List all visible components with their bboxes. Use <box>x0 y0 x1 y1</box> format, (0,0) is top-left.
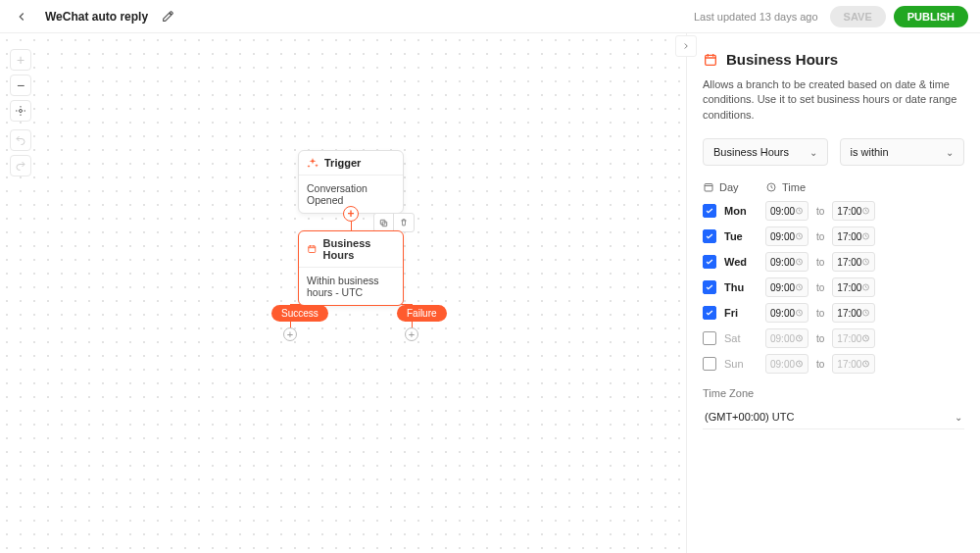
clock-icon <box>861 308 870 318</box>
node-biz-body: Within business hours - UTC <box>299 267 403 305</box>
workflow-canvas[interactable]: Trigger Conversation Opened + Business H… <box>0 33 686 553</box>
day-row-wed: Wed09:00to17:00 <box>703 252 964 272</box>
panel-title: Business Hours <box>703 51 964 68</box>
day-label: Mon <box>724 205 765 217</box>
time-to: 17:00 <box>832 354 875 374</box>
calendar-icon <box>703 52 718 68</box>
zoom-out-button[interactable]: − <box>10 75 31 96</box>
day-label: Fri <box>724 307 765 319</box>
time-from: 09:00 <box>765 328 808 348</box>
clock-icon <box>765 181 777 193</box>
clock-icon <box>861 359 870 369</box>
day-checkbox[interactable] <box>703 306 716 320</box>
day-checkbox[interactable] <box>703 331 716 345</box>
undo-button[interactable] <box>10 129 31 151</box>
clock-icon <box>795 333 804 343</box>
clock-icon <box>861 206 870 216</box>
timezone-label: Time Zone <box>703 387 964 399</box>
day-row-mon: Mon09:00to17:00 <box>703 201 964 221</box>
clock-icon <box>795 206 804 216</box>
workflow-title: WeChat auto reply <box>45 10 148 24</box>
last-updated-text: Last updated 13 days ago <box>694 11 818 23</box>
day-checkbox[interactable] <box>703 204 716 218</box>
delete-node-icon[interactable] <box>394 214 414 231</box>
clock-icon <box>795 231 804 241</box>
node-trigger-title: Trigger <box>324 157 361 169</box>
day-label: Thu <box>724 281 765 293</box>
chevron-down-icon: ⌄ <box>809 147 817 158</box>
time-from[interactable]: 09:00 <box>765 303 808 323</box>
branch-success[interactable]: Success <box>271 305 328 322</box>
clock-icon <box>795 308 804 318</box>
node-trigger[interactable]: Trigger Conversation Opened <box>298 150 404 214</box>
day-checkbox[interactable] <box>703 229 716 243</box>
day-row-sun: Sun09:00to17:00 <box>703 354 964 374</box>
day-row-fri: Fri09:00to17:00 <box>703 303 964 323</box>
calendar-icon <box>307 243 318 255</box>
time-from[interactable]: 09:00 <box>765 277 808 297</box>
to-label: to <box>816 282 824 293</box>
sparkle-icon <box>307 157 318 169</box>
time-from[interactable]: 09:00 <box>765 201 808 221</box>
time-to[interactable]: 17:00 <box>832 201 875 221</box>
day-checkbox[interactable] <box>703 357 716 371</box>
zoom-in-button[interactable]: + <box>10 49 31 71</box>
day-checkbox[interactable] <box>703 255 716 269</box>
branch-failure[interactable]: Failure <box>397 305 447 322</box>
clock-icon <box>861 282 870 292</box>
add-after-success[interactable]: + <box>283 327 297 341</box>
publish-button[interactable]: PUBLISH <box>894 6 968 27</box>
time-to[interactable]: 17:00 <box>832 252 875 272</box>
to-label: to <box>816 359 824 370</box>
clock-icon <box>861 257 870 267</box>
add-after-failure[interactable]: + <box>405 327 418 341</box>
timezone-select[interactable]: (GMT+00:00) UTC ⌄ <box>703 405 964 429</box>
fit-view-button[interactable] <box>10 100 31 122</box>
condition-operator-select[interactable]: is within⌄ <box>840 138 965 166</box>
edit-title-icon[interactable] <box>162 10 174 23</box>
duplicate-node-icon[interactable] <box>374 214 394 231</box>
day-row-thu: Thu09:00to17:00 <box>703 277 964 297</box>
schedule-header: Day Time <box>703 181 964 193</box>
day-label: Wed <box>724 256 765 268</box>
time-to: 17:00 <box>832 328 875 348</box>
to-label: to <box>816 206 824 217</box>
clock-icon <box>795 282 804 292</box>
chevron-down-icon: ⌄ <box>955 412 962 423</box>
day-row-tue: Tue09:00to17:00 <box>703 226 964 246</box>
to-label: to <box>816 308 824 319</box>
time-to[interactable]: 17:00 <box>832 303 875 323</box>
svg-rect-4 <box>706 55 716 65</box>
node-toolbar <box>373 213 415 232</box>
to-label: to <box>816 257 824 268</box>
panel-description: Allows a branch to be created based on d… <box>703 77 964 123</box>
chevron-down-icon: ⌄ <box>946 147 954 158</box>
save-button: SAVE <box>830 6 886 27</box>
day-label: Tue <box>724 230 765 242</box>
clock-icon <box>795 359 804 369</box>
time-from[interactable]: 09:00 <box>765 252 808 272</box>
time-from[interactable]: 09:00 <box>765 226 808 246</box>
time-to[interactable]: 17:00 <box>832 277 875 297</box>
redo-button[interactable] <box>10 155 31 176</box>
day-label: Sat <box>724 332 765 344</box>
condition-type-select[interactable]: Business Hours⌄ <box>703 138 828 166</box>
day-row-sat: Sat09:00to17:00 <box>703 328 964 348</box>
svg-rect-2 <box>309 246 316 253</box>
clock-icon <box>861 333 870 343</box>
time-to[interactable]: 17:00 <box>832 226 875 246</box>
day-label: Sun <box>724 358 765 370</box>
time-from: 09:00 <box>765 354 808 374</box>
top-bar: WeChat auto reply Last updated 13 days a… <box>0 0 980 33</box>
node-business-hours[interactable]: Business Hours Within business hours - U… <box>298 230 404 306</box>
clock-icon <box>861 231 870 241</box>
node-biz-title: Business Hours <box>323 237 395 261</box>
collapse-panel-button[interactable] <box>675 35 697 57</box>
side-panel: Business Hours Allows a branch to be cre… <box>686 33 980 553</box>
add-step-button[interactable]: + <box>343 206 359 222</box>
calendar-icon <box>703 181 714 193</box>
clock-icon <box>795 257 804 267</box>
back-button[interactable] <box>12 7 31 26</box>
svg-point-3 <box>20 110 23 113</box>
day-checkbox[interactable] <box>703 280 716 294</box>
